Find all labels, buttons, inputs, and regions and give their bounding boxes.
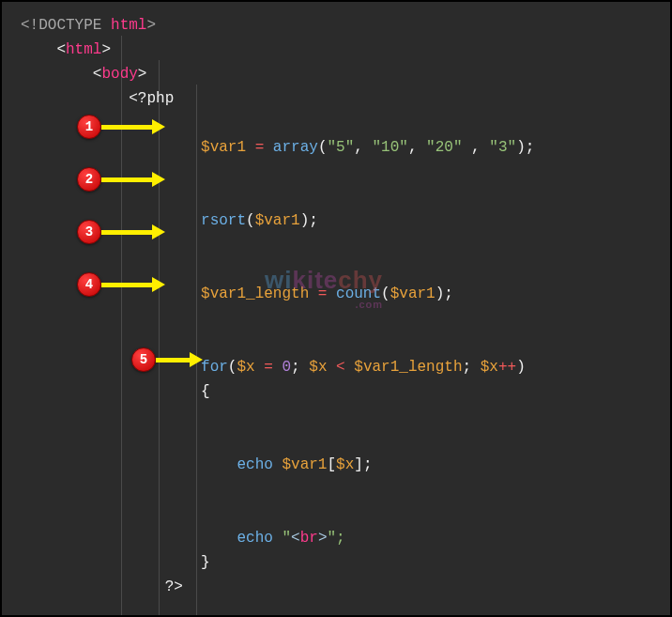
- arrow-icon: [156, 352, 203, 367]
- code-line: echo "<br>";: [21, 526, 651, 550]
- code-block: <!DOCTYPE html> <html> <body> <?php $var…: [9, 9, 663, 617]
- code-line: echo $var1[$x];: [21, 453, 651, 477]
- code-line: {: [21, 379, 651, 404]
- spacer: [21, 428, 651, 453]
- spacer: [21, 599, 651, 617]
- badge-icon: 1: [77, 115, 101, 139]
- code-line: ?>: [21, 575, 651, 599]
- arrow-icon: [101, 224, 165, 239]
- code-line: <!DOCTYPE html>: [21, 13, 651, 38]
- code-line: <body>: [21, 62, 651, 86]
- badge-icon: 3: [77, 220, 101, 244]
- code-line: for($x = 0; $x < $var1_length; $x++): [21, 355, 651, 379]
- arrow-icon: [101, 172, 165, 187]
- spacer: [21, 404, 651, 428]
- spacer: [21, 331, 651, 355]
- code-line: }: [21, 550, 651, 575]
- arrow-icon: [101, 277, 165, 292]
- arrow-icon: [101, 119, 165, 134]
- callout-5: 5: [131, 347, 203, 372]
- badge-icon: 2: [77, 167, 101, 192]
- spacer: [21, 306, 651, 331]
- spacer: [21, 501, 651, 526]
- callout-3: 3: [77, 220, 165, 244]
- badge-icon: 4: [77, 272, 101, 297]
- callout-1: 1: [77, 115, 165, 139]
- code-line: <?php: [21, 86, 651, 111]
- spacer: [21, 477, 651, 501]
- callout-4: 4: [77, 272, 165, 297]
- code-line: <html>: [21, 38, 651, 62]
- callout-2: 2: [77, 167, 165, 192]
- badge-icon: 5: [131, 347, 156, 372]
